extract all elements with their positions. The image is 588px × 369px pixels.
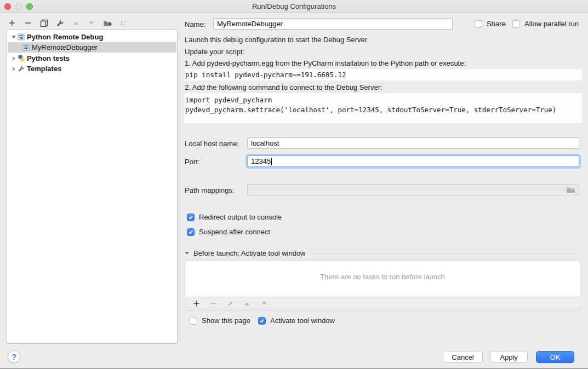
tree-item-label: Python tests <box>27 54 70 62</box>
local-host-name-input[interactable]: localhost <box>247 137 579 149</box>
redirect-output-checkbox[interactable] <box>187 214 195 221</box>
name-input[interactable]: MyRemoteDebugger <box>213 18 453 30</box>
instruction-intro: Launch this debug configuration to start… <box>185 36 369 44</box>
name-value: MyRemoteDebugger <box>217 20 283 28</box>
chevron-right-icon[interactable] <box>10 67 18 71</box>
instruction-update: Update your script: <box>185 48 244 56</box>
copy-icon[interactable] <box>38 18 49 28</box>
activate-tool-window-checkbox-row: Activate tool window <box>258 316 335 325</box>
tree-item-label: Templates <box>27 65 61 73</box>
remove-icon <box>208 298 219 309</box>
tree-item-label: MyRemoteDebugger <box>32 43 98 51</box>
code-line-2: pydevd_pycharm.settrace('localhost', por… <box>185 106 556 114</box>
port-input[interactable]: 12345 <box>247 155 579 167</box>
configurations-toolbar: a z <box>7 16 129 30</box>
remote-debug-icon <box>22 44 30 51</box>
text-cursor <box>271 158 272 165</box>
port-value: 12345 <box>251 157 271 165</box>
allow-parallel-run-checkbox-row: Allow parallel run <box>512 20 579 28</box>
allow-parallel-run-checkbox[interactable] <box>512 20 520 28</box>
move-up-icon <box>242 298 253 309</box>
tree-item-python-remote-debug[interactable]: Python Remote Debug <box>8 32 176 42</box>
chevron-right-icon[interactable] <box>10 56 18 61</box>
redirect-output-checkbox-row: Redirect output to console <box>187 213 282 221</box>
before-launch-separator <box>311 253 579 254</box>
apply-button[interactable]: Apply <box>490 351 528 363</box>
move-up-icon <box>70 18 81 28</box>
help-button[interactable]: ? <box>8 350 20 363</box>
add-icon[interactable] <box>191 298 202 309</box>
settrace-code-block: import pydevd_pycharm pydevd_pycharm.set… <box>184 93 582 123</box>
remove-icon[interactable] <box>22 18 33 28</box>
python-icon <box>18 55 25 62</box>
svg-text:z: z <box>124 23 125 27</box>
instruction-step1: 1. Add pydevd-pycharm.egg from the PyCha… <box>185 59 466 67</box>
edit-defaults-wrench-icon[interactable] <box>54 18 65 28</box>
edit-pencil-icon <box>225 298 236 309</box>
show-this-page-checkbox[interactable] <box>190 317 197 325</box>
suspend-after-connect-checkbox[interactable] <box>187 228 195 236</box>
local-host-name-value: localhost <box>251 139 279 147</box>
activate-tool-window-label: Activate tool window <box>270 316 335 325</box>
redirect-output-label: Redirect output to console <box>199 213 282 221</box>
new-folder-icon[interactable] <box>102 18 113 28</box>
before-launch-empty-message: There are no tasks to run before launch <box>185 273 580 281</box>
add-icon[interactable] <box>7 18 18 28</box>
share-checkbox[interactable] <box>475 20 482 28</box>
cancel-button[interactable]: Cancel <box>443 351 483 363</box>
move-down-icon <box>86 18 97 28</box>
suspend-after-connect-label: Suspend after connect <box>199 228 270 236</box>
before-launch-task-list[interactable]: There are no tasks to run before launch <box>185 261 580 297</box>
chevron-down-icon[interactable] <box>10 36 18 38</box>
path-mappings-label: Path mappings: <box>185 186 234 194</box>
allow-parallel-run-label: Allow parallel run <box>524 20 579 28</box>
configurations-tree: Python Remote Debug MyRemoteDebugger <box>7 30 178 344</box>
suspend-after-connect-checkbox-row: Suspend after connect <box>187 228 270 236</box>
pip-install-command: pip install pydevd-pycharm~=191.6605.12 <box>184 69 582 80</box>
show-this-page-label: Show this page <box>202 316 250 325</box>
before-launch-title: Before launch: Activate tool window <box>193 249 306 257</box>
svg-text:a: a <box>124 19 126 23</box>
before-launch-toolbar <box>185 297 580 310</box>
sort-alphabetically-icon: a z <box>118 18 129 28</box>
window-title: Run/Debug Configurations <box>0 2 588 10</box>
wrench-icon <box>18 65 25 72</box>
show-this-page-checkbox-row: Show this page <box>190 316 250 325</box>
ok-button[interactable]: OK <box>536 351 574 363</box>
tree-item-templates[interactable]: Templates <box>8 64 176 74</box>
move-down-icon <box>259 298 270 309</box>
instruction-step2: 2. Add the following command to connect … <box>185 83 383 91</box>
run-debug-configurations-dialog: Run/Debug Configurations <box>0 0 588 369</box>
before-launch-header[interactable]: Before launch: Activate tool window <box>185 249 306 257</box>
help-question-icon: ? <box>12 353 16 361</box>
remote-debug-icon <box>18 33 25 41</box>
path-mappings-input[interactable] <box>247 184 579 195</box>
share-label: Share <box>487 20 506 28</box>
tree-item-python-tests[interactable]: Python tests <box>8 53 176 64</box>
folder-browse-icon[interactable] <box>566 186 575 193</box>
port-label: Port: <box>185 158 199 166</box>
activate-tool-window-checkbox[interactable] <box>258 317 266 325</box>
tree-item-label: Python Remote Debug <box>27 33 103 41</box>
title-bar: Run/Debug Configurations <box>0 0 588 13</box>
name-label: Name: <box>185 20 205 28</box>
local-host-name-label: Local host name: <box>185 140 239 148</box>
code-line-1: import pydevd_pycharm <box>185 96 272 104</box>
tree-item-myremotedebugger[interactable]: MyRemoteDebugger <box>8 42 176 53</box>
chevron-down-icon[interactable] <box>185 252 189 255</box>
share-checkbox-row: Share <box>475 20 506 28</box>
